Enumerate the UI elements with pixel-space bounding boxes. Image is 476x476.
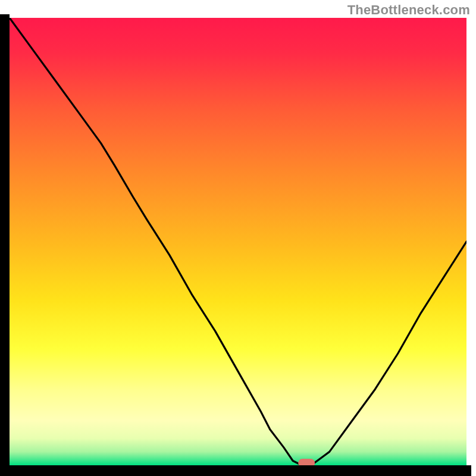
chart-svg bbox=[0, 0, 476, 476]
chart-background bbox=[10, 18, 466, 465]
y-axis bbox=[0, 14, 10, 476]
bottleneck-chart: TheBottleneck.com bbox=[0, 0, 476, 476]
attribution-label: TheBottleneck.com bbox=[347, 2, 470, 18]
x-axis bbox=[5, 465, 471, 476]
